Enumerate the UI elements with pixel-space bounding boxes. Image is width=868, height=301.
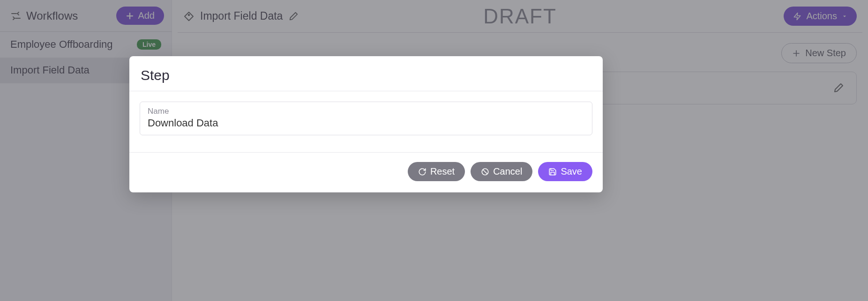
modal-overlay[interactable]: Step Name Reset Canc: [0, 0, 868, 301]
name-label: Name: [148, 107, 584, 116]
refresh-icon: [418, 168, 427, 176]
modal-body: Name: [129, 91, 603, 152]
cancel-label: Cancel: [493, 166, 522, 177]
modal-footer: Reset Cancel Save: [129, 153, 603, 192]
save-icon: [548, 168, 557, 176]
step-modal: Step Name Reset Canc: [129, 56, 603, 192]
modal-header: Step: [129, 56, 603, 91]
name-input[interactable]: [148, 117, 584, 129]
ban-icon: [481, 168, 489, 176]
save-label: Save: [561, 166, 582, 177]
cancel-button[interactable]: Cancel: [471, 162, 532, 181]
modal-title: Step: [141, 67, 591, 83]
save-button[interactable]: Save: [538, 162, 592, 181]
reset-button[interactable]: Reset: [408, 162, 465, 181]
reset-label: Reset: [430, 166, 455, 177]
name-field[interactable]: Name: [140, 102, 592, 135]
